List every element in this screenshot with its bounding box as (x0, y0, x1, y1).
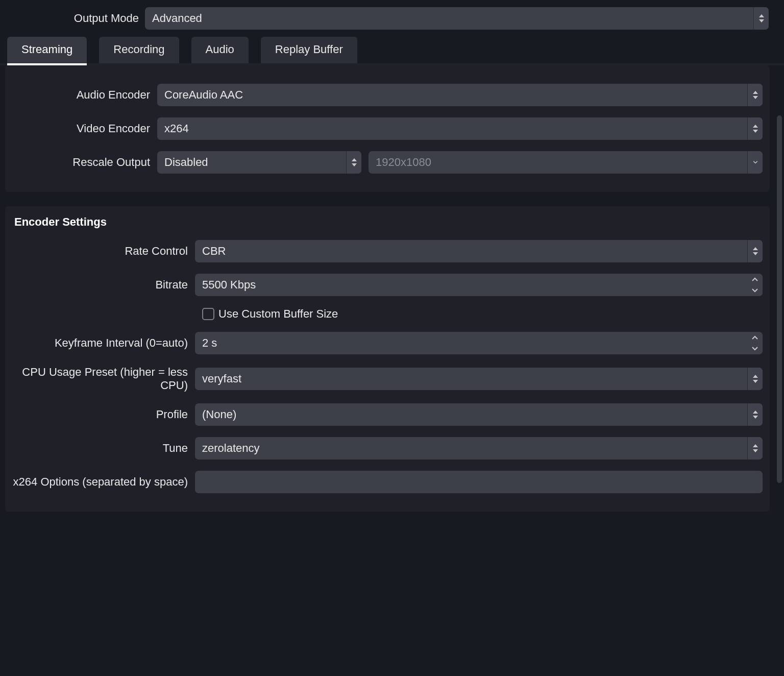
cpu-preset-value: veryfast (195, 368, 747, 390)
tab-audio[interactable]: Audio (191, 37, 249, 63)
tab-recording[interactable]: Recording (99, 37, 179, 63)
profile-label: Profile (12, 408, 188, 421)
bitrate-down[interactable] (747, 285, 763, 296)
keyframe-down[interactable] (747, 343, 763, 354)
scroll-thumb[interactable] (777, 115, 782, 483)
keyframe-up[interactable] (747, 332, 763, 343)
bitrate-value: 5500 Kbps (195, 274, 747, 296)
custom-buffer-checkbox[interactable] (202, 308, 214, 320)
tune-value: zerolatency (195, 437, 747, 460)
bitrate-up[interactable] (747, 274, 763, 285)
bitrate-spinner[interactable]: 5500 Kbps (195, 274, 763, 296)
keyframe-value: 2 s (195, 332, 747, 354)
tune-select[interactable]: zerolatency (195, 437, 763, 460)
audio-encoder-value: CoreAudio AAC (157, 84, 747, 106)
x264opts-label: x264 Options (separated by space) (12, 475, 188, 489)
rescale-resolution-value: 1920x1080 (369, 151, 747, 174)
rate-control-label: Rate Control (12, 245, 188, 258)
rescale-output-value: Disabled (157, 151, 346, 174)
profile-value: (None) (195, 403, 747, 426)
scroll-track (777, 69, 782, 508)
updown-icon (753, 7, 769, 30)
output-tabs: Streaming Recording Audio Replay Buffer (0, 37, 784, 65)
updown-icon (346, 151, 361, 174)
encoder-settings-heading: Encoder Settings (14, 215, 763, 229)
profile-select[interactable]: (None) (195, 403, 763, 426)
audio-encoder-label: Audio Encoder (12, 88, 150, 102)
rescale-resolution-select[interactable]: 1920x1080 (369, 151, 763, 174)
updown-icon (747, 240, 763, 262)
rate-control-value: CBR (195, 240, 747, 262)
keyframe-label: Keyframe Interval (0=auto) (12, 336, 188, 350)
tab-streaming[interactable]: Streaming (7, 37, 87, 63)
output-mode-value: Advanced (145, 7, 753, 30)
output-mode-label: Output Mode (0, 12, 145, 25)
custom-buffer-label: Use Custom Buffer Size (218, 307, 338, 321)
chevron-down-icon (747, 151, 763, 174)
video-encoder-select[interactable]: x264 (157, 117, 763, 140)
cpu-preset-select[interactable]: veryfast (195, 368, 763, 390)
tune-label: Tune (12, 442, 188, 455)
updown-icon (747, 117, 763, 140)
scrollbar[interactable] (775, 65, 784, 512)
cpu-preset-label: CPU Usage Preset (higher = less CPU) (12, 366, 188, 392)
updown-icon (747, 403, 763, 426)
updown-icon (747, 84, 763, 106)
output-mode-select[interactable]: Advanced (145, 7, 769, 30)
updown-icon (747, 437, 763, 460)
rescale-output-select[interactable]: Disabled (157, 151, 361, 174)
tab-replay-buffer[interactable]: Replay Buffer (261, 37, 357, 63)
bitrate-label: Bitrate (12, 278, 188, 292)
video-encoder-value: x264 (157, 117, 747, 140)
keyframe-spinner[interactable]: 2 s (195, 332, 763, 354)
audio-encoder-select[interactable]: CoreAudio AAC (157, 84, 763, 106)
video-encoder-label: Video Encoder (12, 122, 150, 135)
rate-control-select[interactable]: CBR (195, 240, 763, 262)
updown-icon (747, 368, 763, 390)
x264opts-input[interactable] (195, 471, 763, 493)
rescale-output-label: Rescale Output (12, 156, 150, 169)
